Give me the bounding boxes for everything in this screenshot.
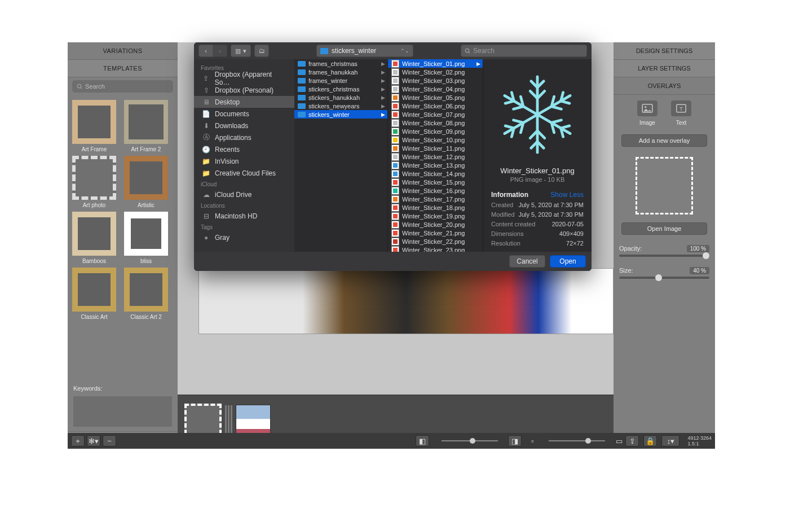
file-item[interactable]: Winter_Sticker_09.png <box>388 127 483 135</box>
template-item[interactable]: Art Frame <box>71 100 117 152</box>
text-icon: T <box>676 104 686 113</box>
view-mode-d[interactable]: ▭ <box>615 436 623 446</box>
template-item[interactable]: Artistic <box>123 156 169 208</box>
folder-item[interactable]: frames_winter▶ <box>294 76 387 85</box>
overlay-preview[interactable] <box>636 157 693 214</box>
file-item[interactable]: Winter_Sticker_15.png <box>388 178 483 186</box>
tab-design-settings[interactable]: DESIGN SETTINGS <box>614 42 715 60</box>
file-item[interactable]: Winter_Sticker_05.png <box>388 93 483 102</box>
overlay-type-image[interactable]: Image <box>633 100 662 126</box>
opacity-slider[interactable] <box>619 255 709 257</box>
nav-forward-button[interactable]: › <box>213 45 227 57</box>
template-item[interactable]: Art Frame 2 <box>123 100 169 152</box>
file-item[interactable]: Winter_Sticker_20.png <box>388 220 483 229</box>
view-mode-c[interactable]: ▫ <box>528 436 536 446</box>
file-item[interactable]: Winter_Sticker_03.png <box>388 76 483 85</box>
file-icon <box>391 128 399 135</box>
zoom-slider-1[interactable] <box>442 440 498 441</box>
file-item[interactable]: Winter_Sticker_08.png <box>388 119 483 127</box>
file-icon <box>391 161 399 169</box>
sidebar-item[interactable]: ☁iCloud Drive <box>194 189 294 200</box>
disk-icon: ⊟ <box>202 212 210 220</box>
sidebar-item[interactable]: 📄Documents <box>194 108 294 120</box>
file-item[interactable]: Winter_Sticker_21.png <box>388 229 483 237</box>
chevron-left-icon: ‹ <box>205 47 207 54</box>
location-icon: ⇪ <box>202 86 210 94</box>
file-item[interactable]: Winter_Sticker_14.png <box>388 169 483 178</box>
folder-item[interactable]: frames_hanukkah▶ <box>294 68 387 76</box>
fit-button[interactable]: ↕▾ <box>661 435 679 446</box>
folder-item[interactable]: frames_christmas▶ <box>294 59 387 68</box>
template-item[interactable]: Classic Art <box>71 268 117 320</box>
size-label: Size: <box>619 267 633 274</box>
file-item[interactable]: Winter_Sticker_18.png <box>388 203 483 212</box>
template-item[interactable]: Art photo <box>71 156 117 208</box>
view-mode-a[interactable]: ◧ <box>416 435 429 446</box>
file-item[interactable]: Winter_Sticker_13.png <box>388 161 483 169</box>
template-item[interactable]: Bamboos <box>71 212 117 264</box>
sidebar-item[interactable]: 📁InVision <box>194 155 294 167</box>
zoom-slider-2[interactable] <box>549 440 605 441</box>
folder-item[interactable]: stickers_hanukkah▶ <box>294 93 387 102</box>
gear-button[interactable]: ✻▾ <box>87 435 100 446</box>
sidebar-item[interactable]: ⬇Downloads <box>194 120 294 132</box>
file-item[interactable]: Winter_Sticker_23.png <box>388 246 483 252</box>
canvas-photo <box>198 268 614 334</box>
keywords-input[interactable] <box>73 396 172 427</box>
sidebar-item[interactable]: ⊟Macintosh HD <box>194 210 294 222</box>
file-item[interactable]: Winter_Sticker_22.png <box>388 237 483 246</box>
lock-button[interactable]: 🔒 <box>643 435 657 446</box>
tab-layer-settings[interactable]: LAYER SETTINGS <box>614 60 715 77</box>
file-item[interactable]: Winter_Sticker_01.png▶ <box>388 59 483 68</box>
sidebar-item[interactable]: ⇪Dropbox (Apparent So… <box>194 72 294 84</box>
export-button[interactable]: ⇪ <box>625 435 639 446</box>
file-item[interactable]: Winter_Sticker_19.png <box>388 212 483 220</box>
dialog-search-input[interactable]: Search <box>461 45 587 57</box>
size-value[interactable]: 40 <box>693 268 699 274</box>
sidebar-item[interactable]: 🕘Recents <box>194 143 294 155</box>
tab-variations[interactable]: VARIATIONS <box>68 42 178 60</box>
show-less-button[interactable]: Show Less <box>550 191 584 199</box>
sidebar-item[interactable]: 🖥Desktop <box>194 96 294 108</box>
file-item[interactable]: Winter_Sticker_17.png <box>388 195 483 203</box>
file-item[interactable]: Winter_Sticker_06.png <box>388 102 483 110</box>
chevron-right-icon: ▶ <box>381 103 385 109</box>
left-sidebar: VARIATIONS TEMPLATES Search Art Frame Ar… <box>68 42 178 449</box>
file-item[interactable]: Winter_Sticker_04.png <box>388 85 483 93</box>
tab-overlays[interactable]: OVERLAYS <box>614 77 715 95</box>
file-item[interactable]: Winter_Sticker_12.png <box>388 152 483 161</box>
overlay-type-text[interactable]: T Text <box>667 100 696 126</box>
folder-item[interactable]: stickers_newyears▶ <box>294 102 387 110</box>
open-image-button[interactable]: Open Image <box>621 222 707 235</box>
file-item[interactable]: Winter_Sticker_16.png <box>388 186 483 195</box>
file-icon <box>391 229 399 237</box>
view-mode-b[interactable]: ◨ <box>508 435 522 446</box>
add-overlay-button[interactable]: Add a new overlay <box>621 134 707 147</box>
sidebar-item[interactable]: ●Gray <box>194 231 294 243</box>
add-button[interactable]: + <box>71 435 85 446</box>
nav-back-button[interactable]: ‹ <box>198 45 213 57</box>
file-item[interactable]: Winter_Sticker_10.png <box>388 135 483 144</box>
folder-item[interactable]: stickers_christmas▶ <box>294 85 387 93</box>
open-button[interactable]: Open <box>550 255 586 268</box>
cancel-button[interactable]: Cancel <box>509 255 545 268</box>
opacity-value[interactable]: 100 <box>690 246 700 252</box>
folder-item[interactable]: stickers_winter▶ <box>294 110 387 119</box>
info-row: Content created2020-07-05 <box>491 221 584 227</box>
sidebar-item[interactable]: ⒶApplications <box>194 132 294 143</box>
path-popup[interactable]: stickers_winter ⌃⌄ <box>316 45 413 57</box>
file-item[interactable]: Winter_Sticker_07.png <box>388 110 483 119</box>
size-slider[interactable] <box>619 277 709 279</box>
template-item[interactable]: Classic Art 2 <box>123 268 169 320</box>
folder-stack-icon: 🗂 <box>259 47 265 54</box>
group-button[interactable]: 🗂 <box>254 45 269 57</box>
file-item[interactable]: Winter_Sticker_11.png <box>388 144 483 152</box>
template-item[interactable]: bliss <box>123 212 169 264</box>
view-mode-button[interactable]: ▥ ▾ <box>231 45 251 57</box>
remove-button[interactable]: − <box>103 435 116 446</box>
file-item[interactable]: Winter_Sticker_02.png <box>388 68 483 76</box>
tab-templates[interactable]: TEMPLATES <box>68 60 178 77</box>
sidebar-item[interactable]: 📁Creative Cloud Files <box>194 167 294 179</box>
file-open-dialog: ‹ › ▥ ▾ 🗂 stickers_winter ⌃⌄ Search Favo… <box>194 42 592 271</box>
templates-search-input[interactable]: Search <box>72 80 173 93</box>
